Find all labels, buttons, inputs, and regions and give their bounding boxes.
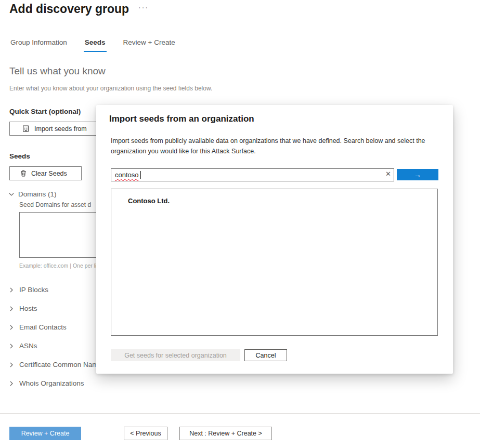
- footer-divider: [0, 413, 480, 414]
- more-options-button[interactable]: ···: [138, 3, 149, 11]
- section-label: Whois Organizations: [19, 379, 84, 387]
- clear-search-icon[interactable]: ✕: [385, 170, 391, 178]
- tab-bar: Group Information Seeds Review + Create: [9, 37, 176, 52]
- section-domains-label: Domains (1): [18, 190, 57, 198]
- dialog-description: Import seeds from publicly available dat…: [111, 136, 437, 156]
- cancel-button[interactable]: Cancel: [244, 349, 287, 361]
- search-submit-button[interactable]: →: [397, 169, 438, 180]
- chevron-right-icon: [8, 324, 15, 331]
- seeds-subheading: Enter what you know about your organizat…: [9, 85, 212, 92]
- tab-group-information[interactable]: Group Information: [9, 37, 68, 52]
- section-label: IP Blocks: [19, 286, 48, 294]
- section-hosts[interactable]: Hosts: [8, 305, 37, 312]
- section-label: Certificate Common Name: [19, 361, 102, 368]
- seeds-heading: Tell us what you know: [9, 65, 106, 77]
- page-title: Add discovery group: [9, 2, 129, 16]
- chevron-right-icon: [8, 380, 15, 387]
- section-label: Email Contacts: [19, 323, 67, 331]
- seed-domains-example: Example: office.com | One per line: [19, 262, 102, 269]
- text-caret: [140, 171, 141, 179]
- dialog-title: Import seeds from an organization: [109, 114, 254, 124]
- trash-icon: [20, 170, 27, 177]
- review-create-button[interactable]: Review + Create: [9, 427, 81, 440]
- organization-results-list[interactable]: Contoso Ltd.: [111, 189, 438, 336]
- section-domains[interactable]: Domains (1): [8, 190, 57, 198]
- organization-result-item[interactable]: Contoso Ltd.: [111, 189, 437, 205]
- clear-seeds-label: Clear Seeds: [31, 170, 67, 177]
- chevron-right-icon: [8, 306, 15, 312]
- section-email-contacts[interactable]: Email Contacts: [8, 323, 67, 331]
- section-certificate-common-name[interactable]: Certificate Common Name: [8, 361, 102, 368]
- chevron-down-icon: [8, 191, 15, 197]
- section-label: Hosts: [19, 305, 37, 312]
- arrow-right-icon: →: [414, 170, 421, 179]
- get-seeds-button[interactable]: Get seeds for selected organization: [111, 349, 240, 361]
- add-discovery-group-page: Add discovery group ··· Group Informatio…: [0, 0, 480, 448]
- search-input-value: contoso: [115, 171, 139, 179]
- organization-search-input[interactable]: contoso ✕: [111, 168, 394, 181]
- organization-icon: [22, 125, 29, 132]
- quick-start-label: Quick Start (optional): [9, 108, 81, 115]
- seed-domains-field-label: Seed Domains for asset d: [19, 201, 91, 208]
- chevron-right-icon: [8, 343, 15, 349]
- tab-review-create[interactable]: Review + Create: [122, 37, 176, 52]
- next-button[interactable]: Next : Review + Create >: [179, 427, 272, 440]
- tab-seeds[interactable]: Seeds: [84, 37, 107, 52]
- section-ip-blocks[interactable]: IP Blocks: [8, 286, 48, 294]
- ellipsis-icon: ···: [138, 3, 149, 11]
- clear-seeds-button[interactable]: Clear Seeds: [9, 166, 82, 180]
- section-asns[interactable]: ASNs: [8, 342, 37, 350]
- chevron-right-icon: [8, 287, 15, 293]
- section-whois-organizations[interactable]: Whois Organizations: [8, 379, 84, 387]
- import-seeds-label: Import seeds from: [34, 125, 87, 133]
- import-seeds-dialog: Import seeds from an organization Import…: [96, 105, 453, 374]
- chevron-right-icon: [8, 362, 15, 368]
- previous-button[interactable]: < Previous: [124, 427, 167, 440]
- seeds-label: Seeds: [9, 152, 30, 160]
- section-label: ASNs: [19, 342, 37, 350]
